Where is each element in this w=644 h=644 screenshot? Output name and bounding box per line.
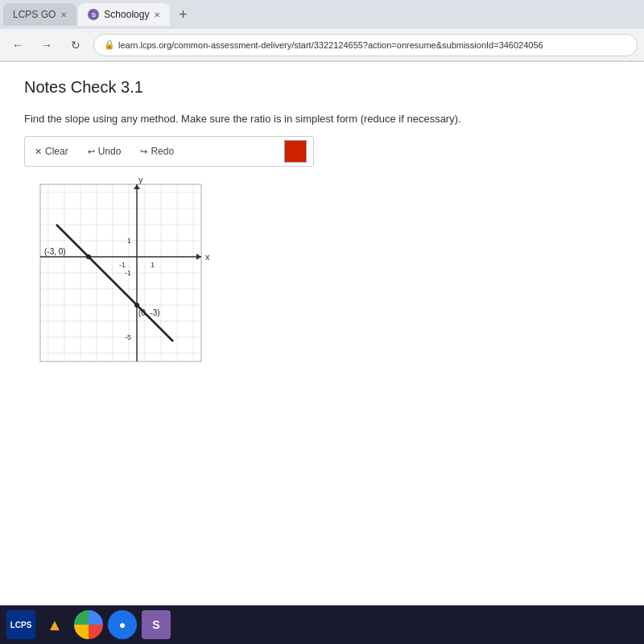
taskbar-google-icon[interactable] [74, 610, 103, 639]
svg-text:-5: -5 [125, 333, 131, 341]
back-button[interactable]: ← [6, 34, 29, 56]
url-bar[interactable]: 🔒 learn.lcps.org/common-assessment-deliv… [93, 34, 638, 56]
color-swatch[interactable] [284, 140, 307, 163]
svg-marker-24 [196, 254, 201, 260]
svg-text:-1: -1 [119, 261, 126, 269]
lock-icon: 🔒 [104, 39, 115, 50]
refresh-button[interactable]: ↻ [64, 34, 87, 56]
redo-label: Redo [151, 146, 174, 157]
clear-icon: ✕ [35, 147, 42, 157]
graph-svg: x y -1 1 1 -1 -5 (-3, 0) [32, 176, 209, 369]
svg-point-37 [134, 303, 139, 308]
page-title: Notes Check 3.1 [24, 78, 620, 97]
question-text: Find the slope using any method. Make su… [24, 113, 620, 125]
svg-text:(-3, 0): (-3, 0) [44, 247, 66, 256]
svg-marker-25 [134, 184, 140, 189]
taskbar-schoology-icon[interactable]: S [142, 610, 171, 639]
tab-close-lcps[interactable]: ✕ [60, 10, 67, 19]
undo-button[interactable]: ↩ Undo [85, 144, 125, 159]
redo-button[interactable]: ↪ Redo [137, 144, 177, 159]
taskbar-lcps-icon[interactable]: LCPS [6, 610, 35, 639]
svg-text:(0, -3): (0, -3) [138, 308, 160, 317]
svg-text:1: 1 [127, 237, 131, 245]
url-text: learn.lcps.org/common-assessment-deliver… [118, 40, 543, 50]
lcps-label: LCPS [10, 621, 32, 630]
schoology-tab-label: Schoology [104, 9, 149, 20]
tab-schoology[interactable]: S Schoology ✕ [78, 3, 170, 26]
clear-button[interactable]: ✕ Clear [31, 144, 72, 159]
lcps-tab-label: LCPS GO [13, 9, 56, 20]
forward-button[interactable]: → [35, 34, 58, 56]
taskbar-chrome-icon[interactable]: ● [108, 610, 137, 639]
clear-label: Clear [45, 146, 68, 157]
schoology-tab-icon: S [88, 9, 99, 20]
browser-chrome: LCPS GO ✕ S Schoology ✕ + ← → ↻ 🔒 learn.… [0, 0, 644, 62]
address-bar: ← → ↻ 🔒 learn.lcps.org/common-assessment… [0, 29, 644, 61]
svg-point-36 [86, 254, 91, 259]
undo-label: Undo [98, 146, 122, 157]
svg-line-33 [56, 225, 173, 341]
redo-icon: ↪ [140, 147, 147, 157]
svg-text:1: 1 [151, 261, 155, 269]
svg-text:x: x [205, 252, 209, 262]
taskbar: LCPS ▲ ● S [0, 605, 644, 644]
svg-text:-1: -1 [125, 269, 131, 277]
new-tab-button[interactable]: + [171, 3, 194, 26]
tab-bar: LCPS GO ✕ S Schoology ✕ + [0, 0, 644, 29]
drawing-toolbar: ✕ Clear ↩ Undo ↪ Redo [24, 136, 314, 167]
graph-container: x y -1 1 1 -1 -5 (-3, 0) [32, 176, 209, 369]
taskbar-triangle-icon[interactable]: ▲ [40, 610, 69, 639]
page-content: Notes Check 3.1 Find the slope using any… [0, 62, 644, 606]
undo-icon: ↩ [88, 147, 95, 157]
tab-lcps-go[interactable]: LCPS GO ✕ [3, 3, 76, 26]
tab-close-schoology[interactable]: ✕ [154, 10, 160, 19]
svg-text:y: y [138, 176, 143, 184]
